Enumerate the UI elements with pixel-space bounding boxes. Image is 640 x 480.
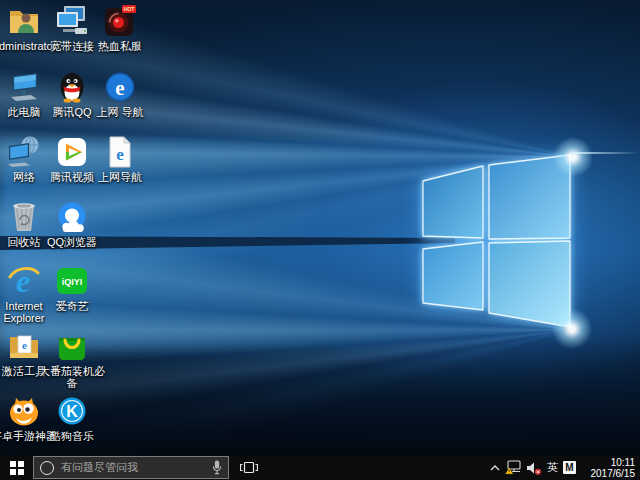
desktop-icon-tencent-qq[interactable]: 腾讯QQ [48,70,96,134]
desktop-icon-rexue-private-server[interactable]: HOT 热血私服 [96,4,144,68]
network-globe-monitor-icon [7,135,41,169]
orange-monster-icon [7,394,41,428]
ime-language-indicator[interactable]: 英 [547,460,558,475]
k-letter: K [66,403,78,420]
desktop-icon-administrator[interactable]: Administrator [0,4,48,68]
qq-penguin-icon [55,70,89,104]
play-triangle-icon [55,135,89,169]
clock-time: 10:11 [581,457,635,468]
dual-monitors-icon [55,4,89,38]
hot-badge-text: HOT [124,6,136,12]
icon-label: 大番茄装机必备 [39,365,105,389]
clock-date: 2017/6/15 [581,468,635,479]
desktop-icon-recycle-bin[interactable]: 回收站 [0,200,48,264]
desktop-icon-network[interactable]: 网络 [0,135,48,199]
icon-label: 爱奇艺 [39,300,105,312]
system-tray: 英 M 10:11 2017/6/15 [490,455,640,480]
sogou-input-icon[interactable]: M [563,461,576,474]
e-letter: e [116,145,124,164]
q-cloud-icon [55,200,89,234]
icon-label: 热血私服 [87,40,153,52]
task-view-button[interactable] [236,455,262,480]
green-bag-icon [55,329,89,363]
iqiyi-wordmark: iQIYI [62,277,83,287]
desktop-icon-kugou-music[interactable]: K 酷狗音乐 [48,394,96,458]
network-warning-icon[interactable] [505,460,521,475]
kugou-k-icon: K [55,394,89,428]
icon-label: 酷狗音乐 [39,430,105,442]
start-button[interactable] [0,455,33,480]
desktop-icon-datomato-essentials[interactable]: 大番茄装机必备 [48,329,96,393]
desktop-icon-web-navigation-doc[interactable]: e 上网导航 [96,135,144,199]
desktop-icon-qq-browser[interactable]: QQ浏览器 [48,200,96,264]
microphone-icon[interactable] [212,460,222,475]
windows-logo-icon [10,461,24,475]
iqiyi-icon: iQIYI [55,264,89,298]
search-placeholder-text: 有问题尽管问我 [61,460,212,475]
desktop-icon-broadband-connection[interactable]: 宽带连接 [48,4,96,68]
icon-label: 上网导航 [87,171,153,183]
e-letter: e [22,339,27,351]
blue-e-globe-icon: e [103,70,137,104]
speaker-muted-icon[interactable] [526,461,542,475]
e-document-icon: e [103,135,137,169]
cortana-circle-icon [40,461,54,475]
tray-chevron-up-icon[interactable] [490,465,500,471]
folder-document-icon: e [7,329,41,363]
task-view-icon [240,461,258,474]
desktop-icon-tencent-video[interactable]: 腾讯视频 [48,135,96,199]
logo-pane-bottom-left [423,242,483,310]
ie-icon: e [7,264,41,298]
logo-pane-top-left [423,166,483,238]
icon-label: QQ浏览器 [39,236,105,248]
game-hot-icon: HOT [103,4,137,38]
desktop-icon-this-pc[interactable]: 此电脑 [0,70,48,134]
taskbar: 有问题尽管问我 英 M 10:11 2017/6/15 [0,455,640,480]
taskbar-clock[interactable]: 10:11 2017/6/15 [581,457,637,479]
desktop-icon-internet-explorer[interactable]: e Internet Explorer [0,264,48,328]
icon-label: 上网 导航 [87,106,153,118]
taskbar-search[interactable]: 有问题尽管问我 [33,456,229,479]
e-letter: e [115,76,124,100]
user-folder-icon [7,4,41,38]
logo-horizontal-beam [572,152,640,154]
computer-monitor-icon [7,70,41,104]
recycle-bin-icon [7,200,41,234]
logo-corner-flare-top [551,135,595,179]
desktop-icon-web-navigation[interactable]: e 上网 导航 [96,70,144,134]
desktop-icon-iqiyi[interactable]: iQIYI 爱奇艺 [48,264,96,328]
desktop-icon-haozhuo-games[interactable]: 好卓手游神器 [0,394,48,458]
